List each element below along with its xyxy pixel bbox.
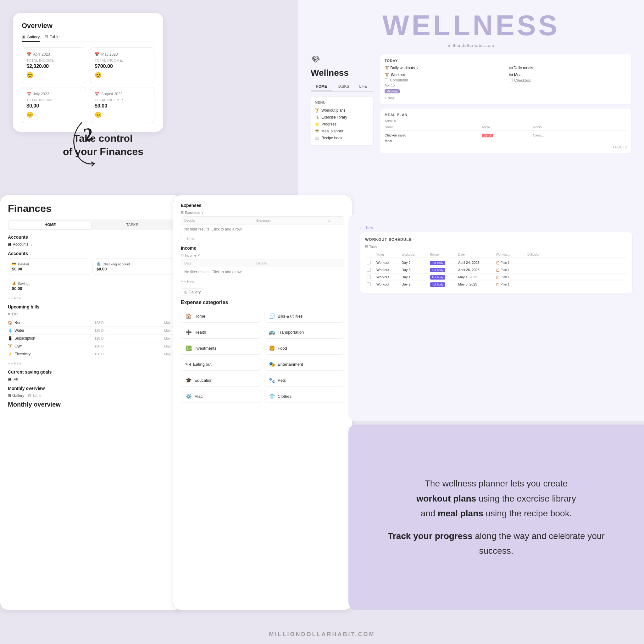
meal-plan-label: MEAL PLAN	[385, 113, 627, 117]
overview-cell-1: 📅 May 2023 TOTAL INCOME: $700.00 😊	[90, 47, 154, 83]
add-income-button[interactable]: + + New	[181, 280, 344, 283]
health-icon: ➕	[186, 329, 192, 335]
ws-table-icon: ⊟	[365, 244, 368, 248]
food-cat-icon: 🍔	[269, 345, 275, 351]
cat-misc[interactable]: ⚙️ Misc	[181, 390, 261, 403]
add-expense-button[interactable]: + + New	[181, 237, 344, 241]
cat-bills[interactable]: 🧾 Bills & utilities	[264, 310, 344, 323]
gallery-badge-icon: ⊞	[184, 290, 187, 294]
clothes-icon: 👕	[269, 393, 275, 399]
wellness-tab-tasks[interactable]: TASKS	[332, 82, 354, 91]
calendar-icon-0: 📅	[26, 52, 31, 57]
table-icon-monthly: ⊟	[28, 393, 31, 398]
food-icon: 🍽	[509, 66, 513, 70]
cat-education[interactable]: 🎓 Education	[181, 374, 261, 387]
wellness-tab-life[interactable]: LIFE	[354, 82, 372, 91]
expenses-table-header: Details Expense... #	[181, 217, 344, 225]
ws-checkbox-1[interactable]	[367, 268, 371, 272]
fin-tab-home[interactable]: HOME	[9, 221, 91, 229]
income-table-header: Date Details	[181, 259, 344, 267]
ws-checkbox-0[interactable]	[367, 261, 371, 264]
account-paypal: 💳 PayPal $0.00	[8, 258, 90, 275]
rent-icon: 🏠	[8, 320, 13, 325]
cat-eating-out[interactable]: 🍽 Eating out	[181, 358, 261, 371]
overview-cell-0: 📅 April 2023 TOTAL INCOME: $2,020.00 😊	[22, 47, 86, 83]
cat-pets[interactable]: 🐾 Pets	[264, 374, 344, 387]
new-button-today[interactable]: + New	[385, 96, 627, 100]
fin-nav-tabs: HOME TASKS	[8, 219, 175, 230]
categories-grid: 🏠 Home 🧾 Bills & utilities ➕ Health 🚌 Tr…	[181, 310, 344, 403]
bill-gym: 🏋 Gym 128 D... May ...	[8, 342, 175, 350]
tab-gallery[interactable]: ⊞ Gallery	[22, 34, 40, 42]
wellness-tab-home[interactable]: HOME	[311, 82, 332, 91]
cat-clothes[interactable]: 👕 Clothes	[264, 390, 344, 403]
menu-item-3[interactable]: 🥗 Meal planner	[315, 128, 369, 135]
finances-heading: Finances	[8, 203, 175, 214]
wellness-promo-card: The wellness planner lets you create wor…	[348, 425, 644, 610]
add-new-bill-button[interactable]: + + New	[8, 361, 175, 365]
income-table: Date Details No filter results. Click to…	[181, 259, 344, 277]
daily-workouts-item: 🏋 Daily workouts ∨	[385, 66, 502, 70]
plan-icon-0: 📋	[496, 261, 500, 264]
water-icon: 💧	[8, 328, 13, 333]
cat-food[interactable]: 🍔 Food	[264, 342, 344, 355]
ws-checkbox-3[interactable]	[367, 282, 371, 286]
workout-schedule-title: WORKOUT SCHEDULE	[365, 237, 627, 242]
meal-checkbox[interactable]	[509, 79, 513, 82]
subscription-icon: 📱	[8, 336, 13, 341]
account-savings: 💰 Savings $0.00	[8, 278, 175, 294]
menu-item-0[interactable]: 🏋 Workout plans	[315, 107, 369, 114]
cat-investments[interactable]: 💹 Investments	[181, 342, 261, 355]
finances-detail-card: Finances HOME TASKS Accounts ⊞ Accounts …	[0, 195, 182, 610]
add-new-account-button[interactable]: + + New	[8, 296, 175, 300]
calendar-icon-2: 📅	[26, 92, 31, 96]
accounts-section-title: Accounts	[8, 235, 175, 240]
expenses-section-title: Expenses	[181, 203, 201, 208]
ws-tag-3: Full body	[430, 282, 445, 287]
cat-health[interactable]: ➕ Health	[181, 326, 261, 339]
ws-checkbox-2[interactable]	[367, 275, 371, 279]
tab-table[interactable]: ⊟ Table	[45, 34, 59, 39]
ws-row-2: Workout Day 1 Full body May 1, 2023 📋 Pl…	[365, 274, 627, 281]
wellness-page-title: Wellness	[311, 68, 374, 78]
meal-icon: 🍽	[509, 73, 513, 77]
income-empty-state: No filter results. Click to add a row.	[181, 267, 344, 277]
wellness-promo-para2: Track your progress along the way and ce…	[374, 529, 619, 558]
plan-icon-3: 📋	[496, 283, 500, 286]
savings-icon: 💰	[12, 281, 16, 286]
gallery-icon: ⊞	[22, 35, 25, 39]
calendar-icon-3: 📅	[95, 92, 99, 96]
dumbbell-icon-2: 🏋	[385, 73, 389, 77]
fin-tab-tasks[interactable]: TASKS	[91, 221, 173, 229]
ws-tag-0: Full body	[430, 261, 445, 265]
menu-item-2[interactable]: ⭐ Progress	[315, 121, 369, 128]
plan-icon-2: 📋	[496, 275, 500, 279]
cat-entertainment[interactable]: 🎭 Entertainment	[264, 358, 344, 371]
new-button-wellness[interactable]: + + New	[360, 226, 633, 230]
menu-item-4[interactable]: 📖 Recipe book	[315, 135, 369, 142]
account-checking: 🏦 Checking account $0.00	[92, 258, 175, 275]
wellness-menu: MENU 🏋 Workout plans 🤸 Exercise library …	[311, 97, 374, 146]
checking-icon: 🏦	[97, 262, 101, 266]
accounts-sub-title: Accounts	[8, 251, 175, 256]
wellness-url: milliondollarhabit.com	[311, 43, 631, 48]
entertainment-icon: 🎭	[269, 361, 275, 367]
bill-water: 💧 Water 128 D... May ...	[8, 327, 175, 335]
daily-meals-item: 🍽 Daily meals	[509, 66, 627, 70]
gallery-section: ⊞ Gallery Expense categories 🏠 Home 🧾 Bi…	[181, 288, 344, 403]
menu-item-1[interactable]: 🤸 Exercise library	[315, 114, 369, 121]
finances-expense-card: Expenses ⊟ Expenses ∨ Details Expense...…	[173, 195, 352, 610]
cat-home[interactable]: 🏠 Home	[181, 310, 261, 323]
ws-table-header: Notes Workouts Rollup Date Workout... Di…	[365, 252, 627, 258]
ws-tag-1: Full body	[430, 268, 445, 272]
education-icon: 🎓	[186, 377, 192, 383]
monthly-overview-heading: Monthly overview	[8, 401, 175, 408]
wellness-top-card: WELLNESS milliondollarhabit.com Wellness…	[298, 0, 644, 214]
eating-out-icon: 🍽	[186, 362, 191, 367]
gallery-badge[interactable]: ⊞ Gallery	[181, 288, 204, 296]
expenses-dropdown-icon: ⊟	[181, 210, 184, 214]
completed-checkbox[interactable]	[385, 78, 388, 82]
difficulty-tag: Medium	[385, 89, 400, 93]
finance-overview-card: Overview ⊞ Gallery ⊟ Table 📅 April 2023 …	[13, 13, 164, 132]
cat-transportation[interactable]: 🚌 Transportation	[264, 326, 344, 339]
